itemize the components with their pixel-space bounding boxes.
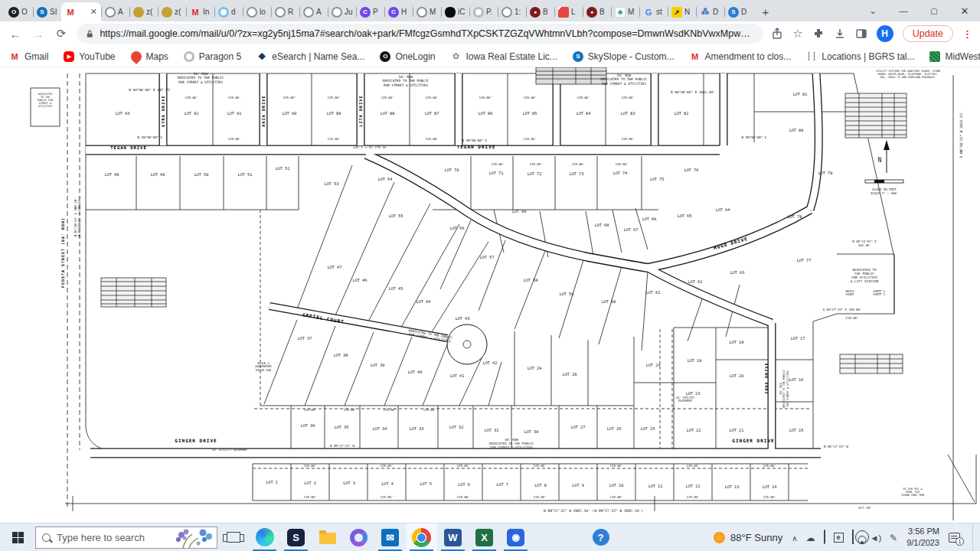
shield-blue-icon: S [37,7,47,18]
taskbar-clock[interactable]: 3:56 PM 9/1/2023 [906,526,939,549]
word-button[interactable]: W [437,523,469,551]
cloud-icon[interactable]: ☁ [806,530,815,544]
bookmark-item[interactable]: MGmail [9,51,48,62]
browser-tab[interactable]: d [214,2,243,21]
forward-button[interactable]: → [31,28,46,41]
svg-text:N 90°00'00" E: N 90°00'00" E [138,135,163,139]
back-button[interactable]: ← [8,28,23,41]
edge-button[interactable] [249,523,280,551]
bookmark-item[interactable]: ▶YouTube [64,51,115,62]
system-tray: ∧☁e◄)✎ [792,530,897,544]
svg-text:LOT 54: LOT 54 [378,177,393,181]
update-button[interactable]: Update [903,25,953,42]
mail-button[interactable]: ✉ [374,523,406,551]
tab-label: st [656,8,662,16]
display-icon[interactable] [852,530,854,544]
browser-tab[interactable]: SSI [33,2,61,21]
browser-tab[interactable]: 1: [498,2,526,21]
task-view-button[interactable] [217,523,249,551]
bookmark-item[interactable]: Maps [131,51,168,62]
browser-tab[interactable]: CP [356,2,384,21]
bookmark-item[interactable]: MAmendment to clos... [690,51,792,62]
minimize-button[interactable]: — [888,0,919,21]
bookmark-item[interactable]: MidWestOne [929,51,980,62]
browser-tab[interactable]: MIn [186,2,214,21]
browser-tab[interactable]: ↗N [668,2,696,21]
pen-icon[interactable]: ✎ [890,530,897,544]
notification-center-icon[interactable]: 1 [949,533,960,543]
task-view-icon [227,532,240,543]
chrome-button[interactable] [406,523,437,551]
maximize-button[interactable]: ▢ [919,0,949,21]
camera-app-button[interactable]: ◉ [500,523,531,551]
browser-tab[interactable]: ●B [526,2,554,21]
bookmark-item[interactable]: Paragon 5 [184,51,241,62]
chevron-up-icon[interactable]: ∧ [792,530,797,544]
bookmark-item[interactable]: ✿Iowa Real Estate Lic... [450,51,557,62]
svg-text:LOT 7: LOT 7 [496,482,508,487]
browser-tab[interactable]: z( [129,2,158,21]
browser-tab[interactable]: ♣M [611,2,639,21]
weather-condition: Sunny [754,532,782,543]
gold-circle-icon [133,7,144,18]
profile-avatar[interactable]: H [877,25,893,42]
svg-text:125.00': 125.00' [577,96,590,99]
svg-text:LOT 14: LOT 14 [763,484,777,489]
address-bar[interactable]: https://mail.google.com/mail/u/0/?zx=xg2… [77,24,763,44]
browser-tab[interactable]: OO [5,2,33,21]
share-icon[interactable] [771,28,783,40]
bookmark-star-icon[interactable]: ☆ [792,27,802,41]
browser-tab[interactable]: iC [441,2,469,21]
download-icon[interactable] [834,28,846,40]
browser-tab[interactable]: A [299,2,328,21]
close-button[interactable]: ✕ [949,0,980,21]
s-app-button[interactable]: S [280,523,312,551]
extensions-puzzle-icon[interactable] [812,28,825,40]
volume-icon[interactable]: ◄) [871,530,882,544]
bookmark-label: Gmail [24,51,48,62]
browser-tab[interactable]: M [413,2,441,21]
browser-tab[interactable]: R [271,2,299,21]
tab-close-icon[interactable]: ✕ [90,8,97,16]
new-tab-button[interactable]: + [756,2,776,21]
start-button[interactable] [0,523,35,551]
browser-tab[interactable]: L [554,2,583,21]
side-panel-icon[interactable] [855,28,867,40]
show-desktop-button[interactable] [972,523,975,551]
browser-tab[interactable]: Ju [328,2,356,21]
help-app-button[interactable]: ? [585,523,616,551]
browser-tab[interactable]: Gst [639,2,668,21]
bookmark-item[interactable]: SSkySlope - Custom... [573,51,675,62]
plat-map-document[interactable]: TEGAN DRIVETEGAN DRIVEKYRA DRIVEANIA DRI… [0,67,980,523]
browser-tab[interactable]: SD [724,2,753,21]
tab-label: SI [50,8,57,16]
search-flowers-image [175,528,215,549]
tab-label: B [599,8,605,16]
browser-tab[interactable]: A [101,2,129,21]
browser-tab[interactable]: lo [243,2,271,21]
browser-tab[interactable]: z( [158,2,186,21]
browser-tab[interactable]: P. [469,2,498,21]
phone-icon[interactable] [824,530,825,544]
svg-text:LOT 27: LOT 27 [571,425,586,429]
e-app-icon[interactable]: e [834,533,844,543]
file-explorer-button[interactable] [312,523,343,551]
bookmark-item[interactable]: ┆┆Locations | BGRS tal... [806,51,914,62]
excel-button[interactable]: X [469,523,500,551]
browser-tab-active[interactable]: M✕ [61,2,101,21]
browser-menu-kebab-icon[interactable]: ⋮ [962,28,972,40]
svg-text:LOT 1: LOT 1 [266,480,278,484]
bookmark-item[interactable]: OOneLogin [380,51,435,62]
browser-tab[interactable]: ⁂D [696,2,724,21]
dark-circle-icon: O [8,7,19,18]
window-menu-chevron-icon[interactable]: ⌄ [858,0,888,21]
svg-text:125.00': 125.00' [524,96,537,99]
browser-tab[interactable]: ●B [583,2,611,21]
browser-tab[interactable]: CH [384,2,413,21]
taskbar-search-box[interactable]: Type here to search [35,527,217,549]
svg-text:LOT 73: LOT 73 [570,171,584,176]
weather-widget[interactable]: 88°F Sunny [714,532,782,543]
reload-button[interactable]: ⟳ [54,27,69,41]
bookmark-item[interactable]: ❖eSearch | Name Sea... [256,51,364,62]
loop-app-button[interactable] [343,523,374,551]
